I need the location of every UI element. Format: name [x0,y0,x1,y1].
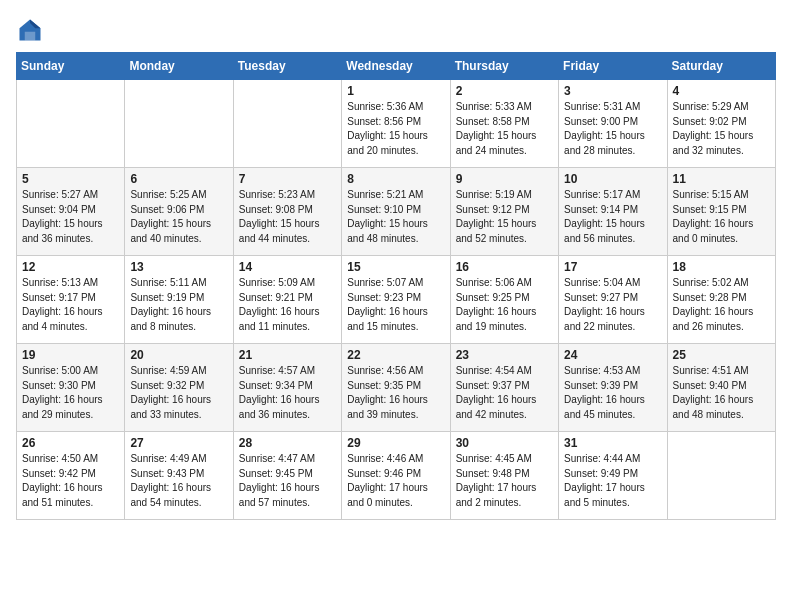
day-info: Sunrise: 5:29 AMSunset: 9:02 PMDaylight:… [673,100,770,158]
week-row-2: 5Sunrise: 5:27 AMSunset: 9:04 PMDaylight… [17,168,776,256]
day-info: Sunrise: 4:56 AMSunset: 9:35 PMDaylight:… [347,364,444,422]
calendar-cell: 8Sunrise: 5:21 AMSunset: 9:10 PMDaylight… [342,168,450,256]
day-header-tuesday: Tuesday [233,53,341,80]
day-info: Sunrise: 5:19 AMSunset: 9:12 PMDaylight:… [456,188,553,246]
calendar-cell: 18Sunrise: 5:02 AMSunset: 9:28 PMDayligh… [667,256,775,344]
day-info: Sunrise: 5:15 AMSunset: 9:15 PMDaylight:… [673,188,770,246]
day-number: 1 [347,84,444,98]
day-info: Sunrise: 4:53 AMSunset: 9:39 PMDaylight:… [564,364,661,422]
day-number: 25 [673,348,770,362]
calendar-cell [17,80,125,168]
day-info: Sunrise: 4:50 AMSunset: 9:42 PMDaylight:… [22,452,119,510]
calendar-cell: 14Sunrise: 5:09 AMSunset: 9:21 PMDayligh… [233,256,341,344]
week-row-4: 19Sunrise: 5:00 AMSunset: 9:30 PMDayligh… [17,344,776,432]
calendar-cell: 29Sunrise: 4:46 AMSunset: 9:46 PMDayligh… [342,432,450,520]
day-info: Sunrise: 5:04 AMSunset: 9:27 PMDaylight:… [564,276,661,334]
day-header-wednesday: Wednesday [342,53,450,80]
day-number: 21 [239,348,336,362]
day-info: Sunrise: 5:00 AMSunset: 9:30 PMDaylight:… [22,364,119,422]
calendar-cell: 20Sunrise: 4:59 AMSunset: 9:32 PMDayligh… [125,344,233,432]
header [16,16,776,44]
day-header-sunday: Sunday [17,53,125,80]
day-number: 29 [347,436,444,450]
day-header-thursday: Thursday [450,53,558,80]
logo-icon [16,16,44,44]
day-header-monday: Monday [125,53,233,80]
calendar-cell: 3Sunrise: 5:31 AMSunset: 9:00 PMDaylight… [559,80,667,168]
calendar-cell: 9Sunrise: 5:19 AMSunset: 9:12 PMDaylight… [450,168,558,256]
calendar-cell: 15Sunrise: 5:07 AMSunset: 9:23 PMDayligh… [342,256,450,344]
day-number: 5 [22,172,119,186]
calendar-cell: 17Sunrise: 5:04 AMSunset: 9:27 PMDayligh… [559,256,667,344]
day-info: Sunrise: 5:07 AMSunset: 9:23 PMDaylight:… [347,276,444,334]
day-number: 20 [130,348,227,362]
calendar-cell: 4Sunrise: 5:29 AMSunset: 9:02 PMDaylight… [667,80,775,168]
calendar-cell: 2Sunrise: 5:33 AMSunset: 8:58 PMDaylight… [450,80,558,168]
calendar-cell [667,432,775,520]
day-info: Sunrise: 4:46 AMSunset: 9:46 PMDaylight:… [347,452,444,510]
day-number: 6 [130,172,227,186]
calendar-cell: 22Sunrise: 4:56 AMSunset: 9:35 PMDayligh… [342,344,450,432]
day-header-saturday: Saturday [667,53,775,80]
calendar-cell: 30Sunrise: 4:45 AMSunset: 9:48 PMDayligh… [450,432,558,520]
day-number: 22 [347,348,444,362]
day-info: Sunrise: 4:45 AMSunset: 9:48 PMDaylight:… [456,452,553,510]
day-info: Sunrise: 4:44 AMSunset: 9:49 PMDaylight:… [564,452,661,510]
calendar-cell: 13Sunrise: 5:11 AMSunset: 9:19 PMDayligh… [125,256,233,344]
day-number: 8 [347,172,444,186]
week-row-1: 1Sunrise: 5:36 AMSunset: 8:56 PMDaylight… [17,80,776,168]
day-number: 18 [673,260,770,274]
calendar-cell: 11Sunrise: 5:15 AMSunset: 9:15 PMDayligh… [667,168,775,256]
day-info: Sunrise: 4:54 AMSunset: 9:37 PMDaylight:… [456,364,553,422]
day-number: 2 [456,84,553,98]
day-info: Sunrise: 5:17 AMSunset: 9:14 PMDaylight:… [564,188,661,246]
day-info: Sunrise: 5:36 AMSunset: 8:56 PMDaylight:… [347,100,444,158]
calendar-cell: 1Sunrise: 5:36 AMSunset: 8:56 PMDaylight… [342,80,450,168]
calendar-cell: 10Sunrise: 5:17 AMSunset: 9:14 PMDayligh… [559,168,667,256]
calendar-cell: 6Sunrise: 5:25 AMSunset: 9:06 PMDaylight… [125,168,233,256]
day-number: 31 [564,436,661,450]
day-number: 23 [456,348,553,362]
day-number: 13 [130,260,227,274]
day-info: Sunrise: 5:11 AMSunset: 9:19 PMDaylight:… [130,276,227,334]
calendar-cell: 24Sunrise: 4:53 AMSunset: 9:39 PMDayligh… [559,344,667,432]
calendar-cell: 21Sunrise: 4:57 AMSunset: 9:34 PMDayligh… [233,344,341,432]
day-info: Sunrise: 5:31 AMSunset: 9:00 PMDaylight:… [564,100,661,158]
day-info: Sunrise: 5:02 AMSunset: 9:28 PMDaylight:… [673,276,770,334]
day-info: Sunrise: 5:27 AMSunset: 9:04 PMDaylight:… [22,188,119,246]
calendar-cell: 19Sunrise: 5:00 AMSunset: 9:30 PMDayligh… [17,344,125,432]
calendar-table: SundayMondayTuesdayWednesdayThursdayFrid… [16,52,776,520]
calendar-cell: 31Sunrise: 4:44 AMSunset: 9:49 PMDayligh… [559,432,667,520]
day-number: 7 [239,172,336,186]
calendar-cell: 26Sunrise: 4:50 AMSunset: 9:42 PMDayligh… [17,432,125,520]
day-info: Sunrise: 5:21 AMSunset: 9:10 PMDaylight:… [347,188,444,246]
day-info: Sunrise: 5:13 AMSunset: 9:17 PMDaylight:… [22,276,119,334]
day-number: 16 [456,260,553,274]
logo [16,16,48,44]
day-info: Sunrise: 4:57 AMSunset: 9:34 PMDaylight:… [239,364,336,422]
calendar-cell: 5Sunrise: 5:27 AMSunset: 9:04 PMDaylight… [17,168,125,256]
svg-rect-2 [25,32,36,41]
day-number: 9 [456,172,553,186]
day-info: Sunrise: 4:59 AMSunset: 9:32 PMDaylight:… [130,364,227,422]
week-row-5: 26Sunrise: 4:50 AMSunset: 9:42 PMDayligh… [17,432,776,520]
day-number: 10 [564,172,661,186]
day-info: Sunrise: 5:25 AMSunset: 9:06 PMDaylight:… [130,188,227,246]
week-row-3: 12Sunrise: 5:13 AMSunset: 9:17 PMDayligh… [17,256,776,344]
day-number: 26 [22,436,119,450]
header-row: SundayMondayTuesdayWednesdayThursdayFrid… [17,53,776,80]
day-number: 17 [564,260,661,274]
day-number: 4 [673,84,770,98]
day-info: Sunrise: 5:09 AMSunset: 9:21 PMDaylight:… [239,276,336,334]
day-info: Sunrise: 5:23 AMSunset: 9:08 PMDaylight:… [239,188,336,246]
calendar-cell [233,80,341,168]
calendar-cell: 27Sunrise: 4:49 AMSunset: 9:43 PMDayligh… [125,432,233,520]
calendar-cell: 7Sunrise: 5:23 AMSunset: 9:08 PMDaylight… [233,168,341,256]
calendar-cell: 28Sunrise: 4:47 AMSunset: 9:45 PMDayligh… [233,432,341,520]
day-number: 19 [22,348,119,362]
day-info: Sunrise: 4:51 AMSunset: 9:40 PMDaylight:… [673,364,770,422]
calendar-cell [125,80,233,168]
day-number: 28 [239,436,336,450]
day-info: Sunrise: 5:06 AMSunset: 9:25 PMDaylight:… [456,276,553,334]
day-number: 11 [673,172,770,186]
